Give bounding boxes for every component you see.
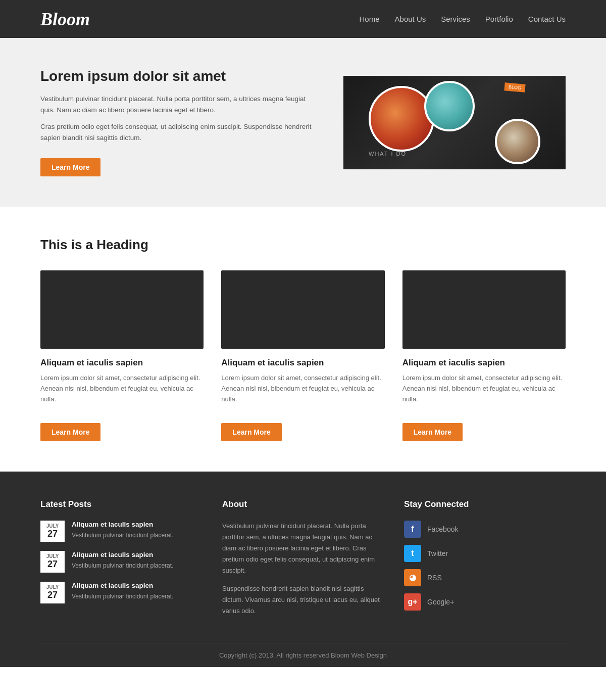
card-cta-2[interactable]: Learn More (221, 423, 281, 441)
card-image-3 (402, 270, 566, 349)
stay-connected-heading: Stay Connected (404, 499, 566, 509)
footer-about-p2: Suspendisse hendrerit sapien blandit nis… (222, 583, 384, 617)
rss-icon: ◕ (404, 569, 421, 586)
facebook-label: Facebook (427, 525, 458, 533)
nav-about[interactable]: About Us (395, 15, 426, 23)
post-title-3[interactable]: Aliquam et iaculis sapien (72, 582, 173, 589)
main-heading: This is a Heading (40, 237, 566, 253)
hero-image-label: WHAT I DO (369, 151, 407, 157)
post-date-2: JULY 27 (40, 551, 65, 573)
post-day-2: 27 (45, 559, 60, 570)
social-facebook[interactable]: f Facebook (404, 521, 566, 538)
social-googleplus[interactable]: g+ Google+ (404, 593, 566, 611)
post-date-3: JULY 27 (40, 582, 65, 603)
nav-services[interactable]: Services (441, 15, 470, 23)
post-title-1[interactable]: Aliquam et iaculis sapien (72, 521, 173, 528)
social-twitter[interactable]: t Twitter (404, 545, 566, 562)
post-text-3: Aliquam et iaculis sapien Vestibulum pul… (72, 582, 173, 601)
footer-bottom: Copyright (c) 2013. All rights reserved … (40, 643, 566, 667)
post-item-1: JULY 27 Aliquam et iaculis sapien Vestib… (40, 521, 202, 542)
post-date-1: JULY 27 (40, 521, 65, 542)
hero-decorative-circle-2 (424, 81, 475, 131)
hero-decorative-circle-1 (369, 86, 434, 152)
cards-grid: Aliquam et iaculis sapien Lorem ipsum do… (40, 270, 566, 441)
nav-home[interactable]: Home (360, 15, 380, 23)
card-image-1 (40, 270, 204, 349)
hero-paragraph-2: Cras pretium odio eget felis consequat, … (40, 121, 313, 143)
card-1: Aliquam et iaculis sapien Lorem ipsum do… (40, 270, 204, 441)
latest-posts-heading: Latest Posts (40, 499, 202, 509)
card-3: Aliquam et iaculis sapien Lorem ipsum do… (402, 270, 566, 441)
hero-decorative-circle-3 (495, 119, 540, 164)
hero-section: Lorem ipsum dolor sit amet Vestibulum pu… (0, 38, 606, 207)
post-title-2[interactable]: Aliquam et iaculis sapien (72, 551, 173, 558)
post-item-2: JULY 27 Aliquam et iaculis sapien Vestib… (40, 551, 202, 573)
post-desc-3: Vestibulum pulvinar tincidunt placerat. (72, 591, 173, 601)
card-title-3: Aliquam et iaculis sapien (402, 358, 566, 368)
post-month-3: JULY (45, 584, 60, 590)
twitter-label: Twitter (427, 549, 448, 557)
twitter-icon: t (404, 545, 421, 562)
main-section: This is a Heading Aliquam et iaculis sap… (0, 207, 606, 471)
hero-paragraph-1: Vestibulum pulvinar tincidunt placerat. … (40, 94, 313, 115)
rss-label: RSS (427, 574, 442, 582)
facebook-icon: f (404, 521, 421, 538)
post-month-2: JULY (45, 553, 60, 559)
hero-image: BLOG WHAT I DO (343, 76, 566, 169)
nav-portfolio[interactable]: Portfolio (485, 15, 513, 23)
card-image-2 (221, 270, 384, 349)
social-rss[interactable]: ◕ RSS (404, 569, 566, 586)
footer-social: Stay Connected f Facebook t Twitter ◕ RS… (404, 499, 566, 618)
footer-about-p1: Vestibulum pulvinar tincidunt placerat. … (222, 521, 384, 576)
card-cta-1[interactable]: Learn More (40, 423, 100, 441)
post-day-1: 27 (45, 529, 60, 540)
hero-image-inner: BLOG WHAT I DO (343, 76, 566, 169)
card-2: Aliquam et iaculis sapien Lorem ipsum do… (221, 270, 384, 441)
card-title-1: Aliquam et iaculis sapien (40, 358, 204, 368)
post-desc-1: Vestibulum pulvinar tincidunt placerat. (72, 530, 173, 540)
post-text-2: Aliquam et iaculis sapien Vestibulum pul… (72, 551, 173, 571)
hero-title: Lorem ipsum dolor sit amet (40, 68, 313, 84)
hero-text: Lorem ipsum dolor sit amet Vestibulum pu… (40, 68, 313, 176)
site-logo: Bloom (40, 9, 90, 30)
footer-latest-posts: Latest Posts JULY 27 Aliquam et iaculis … (40, 499, 202, 618)
card-text-3: Lorem ipsum dolor sit amet, consectetur … (402, 373, 566, 404)
googleplus-icon: g+ (404, 593, 421, 611)
hero-cta-button[interactable]: Learn More (40, 158, 100, 176)
card-text-2: Lorem ipsum dolor sit amet, consectetur … (221, 373, 384, 404)
post-text-1: Aliquam et iaculis sapien Vestibulum pul… (72, 521, 173, 540)
site-header: Bloom Home About Us Services Portfolio C… (0, 0, 606, 38)
card-title-2: Aliquam et iaculis sapien (221, 358, 384, 368)
main-nav: Home About Us Services Portfolio Contact… (360, 15, 566, 23)
footer-about: About Vestibulum pulvinar tincidunt plac… (222, 499, 384, 618)
copyright-text: Copyright (c) 2013. All rights reserved … (219, 651, 387, 659)
post-item-3: JULY 27 Aliquam et iaculis sapien Vestib… (40, 582, 202, 603)
site-footer: Latest Posts JULY 27 Aliquam et iaculis … (0, 472, 606, 667)
post-day-3: 27 (45, 590, 60, 601)
card-cta-3[interactable]: Learn More (402, 423, 463, 441)
footer-grid: Latest Posts JULY 27 Aliquam et iaculis … (40, 499, 566, 643)
card-text-1: Lorem ipsum dolor sit amet, consectetur … (40, 373, 204, 404)
googleplus-label: Google+ (427, 598, 454, 606)
post-month-1: JULY (45, 523, 60, 529)
nav-contact[interactable]: Contact Us (528, 15, 566, 23)
hero-tag: BLOG (504, 82, 525, 92)
footer-about-heading: About (222, 499, 384, 509)
post-desc-2: Vestibulum pulvinar tincidunt placerat. (72, 561, 173, 571)
